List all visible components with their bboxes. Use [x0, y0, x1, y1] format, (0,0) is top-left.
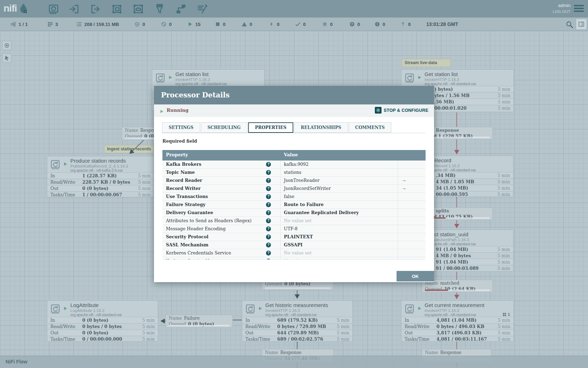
run-status-icon [168, 75, 173, 79]
property-value[interactable]: kafka:9092 [284, 162, 309, 167]
property-row: Record Writer?JsonRecordSetWriter→ [162, 185, 426, 193]
property-name: SASL Mechanism [166, 242, 209, 247]
property-value[interactable]: stations [284, 170, 301, 175]
property-row: SASL Mechanism?GSSAPI [162, 241, 426, 249]
processor-stamp-icon [155, 73, 165, 83]
stat-row: In0 (0 bytes)5 min [47, 317, 158, 323]
queued-icon [76, 21, 82, 27]
help-icon[interactable]: ? [266, 234, 271, 239]
help-icon[interactable]: ? [266, 202, 271, 207]
stat-row: Out0 (0 bytes)5 min [47, 329, 158, 336]
help-icon[interactable]: ? [266, 178, 271, 183]
property-value[interactable]: UTF-8 [284, 226, 298, 231]
stat-row: In1 (228.57 KB)5 min [47, 172, 154, 179]
processor-p6[interactable]: Get current measurementInvokeHTTP 1.16.3… [401, 300, 514, 342]
search-icon[interactable] [565, 20, 574, 29]
global-menu-icon[interactable] [574, 5, 584, 13]
status-item-disabled: 0 [269, 18, 280, 31]
processor-p5[interactable]: Get historic measurementsInvokeHTTP 1.16… [242, 300, 353, 342]
processor-icon[interactable] [48, 4, 59, 15]
help-icon[interactable]: ? [266, 218, 271, 223]
last-refresh-time: 13:01:28 GMT [426, 21, 458, 27]
help-icon[interactable]: ? [266, 194, 271, 199]
funnel-icon[interactable] [154, 4, 165, 15]
help-icon[interactable]: ? [266, 251, 271, 255]
locally-modified-stale-icon [374, 21, 380, 27]
canvas-label-ingest[interactable]: Ingest station records [104, 145, 154, 153]
processor-header: LogAttributeLogAttribute 1.16.3org.apach… [47, 301, 158, 317]
tab-comments[interactable]: COMMENTS [349, 122, 391, 133]
refresh-status[interactable]: 13:01:28 GMT [424, 18, 458, 31]
running-icon [160, 109, 164, 113]
tab-scheduling[interactable]: SCHEDULING [201, 122, 247, 133]
remote-process-group-icon[interactable] [133, 4, 144, 15]
help-icon[interactable]: ? [266, 226, 271, 231]
goto-service-icon[interactable]: → [401, 177, 406, 183]
output-port-icon[interactable] [90, 4, 101, 15]
name-label: Name [265, 350, 278, 355]
help-icon[interactable]: ? [266, 162, 271, 167]
label-icon[interactable] [197, 4, 208, 15]
tab-relationships[interactable]: RELATIONSHIPS [294, 122, 348, 133]
operate-panel-toggle[interactable] [576, 19, 587, 30]
processor-p4[interactable]: LogAttributeLogAttribute 1.16.3org.apach… [47, 300, 158, 342]
status-item-queued: 208 / 159.11 MB [76, 18, 119, 31]
input-port-icon[interactable] [69, 4, 80, 15]
processor-bundle: org.apache.nifi - nifi-standard-nar [265, 313, 317, 317]
property-value[interactable]: false [284, 194, 294, 199]
property-value[interactable]: PLAINTEXT [284, 234, 313, 239]
status-item-value: 0 [303, 22, 306, 27]
help-icon[interactable]: ? [266, 259, 271, 260]
cluster-badge: 1 [503, 312, 510, 316]
status-item-value: 1 / 1 [19, 22, 28, 27]
property-value[interactable]: No value set [284, 218, 312, 223]
canvas-label-stream[interactable]: Stream live-data [402, 59, 451, 67]
connection-label-l3[interactable]: NameFailureQueued0 (0 bytes) [166, 315, 233, 328]
property-value[interactable]: Guarantee Replicated Delivery [284, 210, 359, 215]
processor-bundle: org.apache.nifi - nifi-standard-nar [425, 82, 476, 86]
help-icon[interactable]: ? [266, 186, 271, 191]
processor-header: Get station listInvokeHTTP 1.16.3org.apa… [152, 70, 264, 86]
property-row: Failure Strategy?Route to Failure [162, 201, 426, 209]
gear-icon [375, 107, 382, 114]
stat-row: In4,081 (1.04 MB)5 min [401, 317, 513, 323]
connection-queued: d 1 (228.57 KB) [434, 133, 473, 139]
property-value[interactable]: Route to Failure [284, 202, 324, 207]
goto-service-icon[interactable]: → [401, 185, 406, 191]
property-value[interactable]: No value set [284, 250, 312, 255]
processor-stamp-icon [50, 159, 60, 169]
property-name: Record Reader [166, 178, 202, 183]
status-item-locally-modified: 0 [322, 18, 333, 31]
processor-header: Get historic measurementsInvokeHTTP 1.16… [242, 301, 352, 317]
processor-p3[interactable]: Produce station recordsPublishKafkaRecor… [47, 156, 154, 197]
nifi-logo[interactable]: nifi [4, 3, 29, 14]
processor-stats: In1 (228.57 KB)5 minRead/Write228.57 KB … [47, 172, 154, 197]
stop-and-configure-button[interactable]: STOP & CONFIGURE [375, 107, 428, 114]
help-icon[interactable]: ? [266, 170, 271, 175]
property-value[interactable]: JsonTreeReader [284, 178, 320, 183]
app-header: nifi admin LOG OUT [0, 0, 588, 18]
disabled-icon [269, 21, 274, 27]
stale-icon [349, 21, 355, 27]
nifi-drop-icon [18, 3, 29, 14]
ok-button[interactable]: OK [397, 271, 434, 281]
property-row: Security Protocol?PLAINTEXT [162, 233, 426, 241]
processor-stamp-icon [50, 304, 60, 314]
logout-link[interactable]: LOG OUT [553, 9, 570, 14]
name-label: Name [425, 350, 438, 355]
property-value[interactable]: GSSAPI [284, 242, 302, 247]
breadcrumb[interactable]: NiFi Flow [6, 359, 27, 364]
hand-tool-button[interactable] [2, 53, 12, 63]
status-item-stopped: 0 [215, 18, 226, 31]
tab-settings[interactable]: SETTINGS [162, 122, 200, 133]
process-group-icon[interactable] [111, 4, 122, 15]
help-icon[interactable]: ? [266, 210, 271, 215]
processor-type: InvokeHTTP 1.16.3 [425, 308, 459, 313]
property-value[interactable]: No value set [284, 258, 312, 260]
target-tool-button[interactable] [2, 41, 12, 50]
property-value[interactable]: JsonRecordSetWriter [284, 186, 331, 191]
help-icon[interactable]: ? [266, 243, 271, 247]
tab-properties[interactable]: PROPERTIES [248, 122, 294, 133]
template-icon[interactable] [175, 4, 187, 15]
invalid-icon [241, 21, 247, 27]
